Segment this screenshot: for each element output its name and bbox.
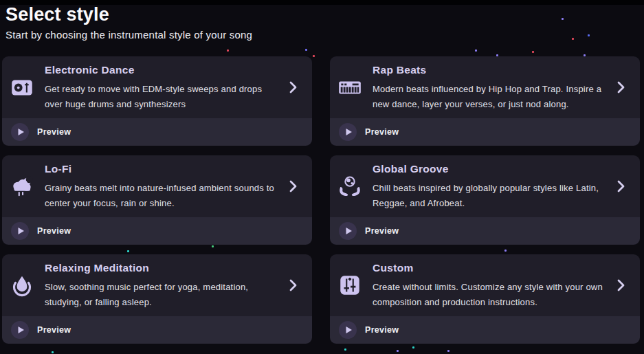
preview-bar[interactable]: Preview xyxy=(2,316,312,344)
style-card-global-groove[interactable]: Global Groove Chill beats inspired by gl… xyxy=(330,155,640,245)
play-button[interactable] xyxy=(11,123,29,141)
preview-bar[interactable]: Preview xyxy=(330,316,640,344)
card-text: Rap Beats Modern beats influenced by Hip… xyxy=(373,56,610,118)
globe-hands-icon xyxy=(337,173,363,199)
play-icon xyxy=(11,222,29,240)
play-button[interactable] xyxy=(339,123,357,141)
particle-dot xyxy=(562,18,564,20)
card-top[interactable]: Lo-Fi Grainy beats melt into nature-infu… xyxy=(2,155,312,217)
card-text: Relaxing Meditation Slow, soothing music… xyxy=(45,254,282,316)
play-button[interactable] xyxy=(339,222,357,240)
play-icon xyxy=(339,321,357,339)
card-description: Create without limits. Customize any sty… xyxy=(373,280,610,310)
play-button[interactable] xyxy=(339,321,357,339)
card-description: Grainy beats melt into nature-infused am… xyxy=(45,181,282,211)
card-top[interactable]: Custom Create without limits. Customize … xyxy=(330,254,640,316)
card-text: Global Groove Chill beats inspired by gl… xyxy=(373,155,610,217)
style-card-relaxing-meditation[interactable]: Relaxing Meditation Slow, soothing music… xyxy=(2,254,312,344)
chevron-right-icon xyxy=(286,278,300,293)
particle-dot xyxy=(572,38,574,40)
preview-label: Preview xyxy=(365,325,399,335)
cloud-rain-moon-icon xyxy=(9,173,35,199)
card-title: Electronic Dance xyxy=(45,64,282,76)
style-card-electronic-dance[interactable]: Electronic Dance Get ready to move with … xyxy=(2,56,312,146)
card-title: Rap Beats xyxy=(373,64,610,76)
card-description: Chill beats inspired by globally popular… xyxy=(373,181,610,211)
card-text: Custom Create without limits. Customize … xyxy=(373,254,610,316)
preview-label: Preview xyxy=(37,226,71,236)
keyboard-icon xyxy=(337,74,363,100)
play-button[interactable] xyxy=(11,321,29,339)
page-subtitle: Start by choosing the instrumental style… xyxy=(5,29,252,41)
chevron-right-icon xyxy=(614,278,628,293)
card-top[interactable]: Relaxing Meditation Slow, soothing music… xyxy=(2,254,312,316)
page-header: Select style Start by choosing the instr… xyxy=(5,3,252,41)
particle-dot xyxy=(412,346,414,349)
card-text: Electronic Dance Get ready to move with … xyxy=(45,56,282,118)
chevron-right-icon xyxy=(286,80,300,95)
preview-label: Preview xyxy=(365,127,399,137)
particle-dot xyxy=(344,349,346,351)
card-title: Custom xyxy=(373,262,610,274)
particle-dot xyxy=(397,350,399,352)
mixer-sliders-icon xyxy=(337,272,363,298)
card-text: Lo-Fi Grainy beats melt into nature-infu… xyxy=(45,155,282,217)
chevron-right-icon xyxy=(614,80,628,95)
particle-dot xyxy=(227,49,229,52)
card-top[interactable]: Global Groove Chill beats inspired by gl… xyxy=(330,155,640,217)
particle-dot xyxy=(588,34,590,36)
page-title: Select style xyxy=(5,3,252,27)
play-icon xyxy=(11,123,29,141)
preview-label: Preview xyxy=(365,226,399,236)
preview-bar[interactable]: Preview xyxy=(330,118,640,146)
play-button[interactable] xyxy=(11,222,29,240)
chevron-right-icon xyxy=(614,179,628,194)
style-card-lo-fi[interactable]: Lo-Fi Grainy beats melt into nature-infu… xyxy=(2,155,312,245)
preview-bar[interactable]: Preview xyxy=(330,217,640,245)
card-top[interactable]: Electronic Dance Get ready to move with … xyxy=(2,56,312,118)
preview-bar[interactable]: Preview xyxy=(2,118,312,146)
play-icon xyxy=(339,222,357,240)
card-description: Get ready to move with EDM-style sweeps … xyxy=(45,82,282,112)
style-card-custom[interactable]: Custom Create without limits. Customize … xyxy=(330,254,640,344)
particle-dot xyxy=(475,49,477,52)
preview-bar[interactable]: Preview xyxy=(2,217,312,245)
card-description: Modern beats influenced by Hip Hop and T… xyxy=(373,82,610,112)
turntable-icon xyxy=(9,74,35,100)
card-title: Lo-Fi xyxy=(45,163,282,175)
style-card-rap-beats[interactable]: Rap Beats Modern beats influenced by Hip… xyxy=(330,56,640,146)
card-title: Relaxing Meditation xyxy=(45,262,282,274)
particle-dot xyxy=(52,351,54,353)
card-top[interactable]: Rap Beats Modern beats influenced by Hip… xyxy=(330,56,640,118)
preview-label: Preview xyxy=(37,325,71,335)
particle-dot xyxy=(305,49,307,51)
preview-label: Preview xyxy=(37,127,71,137)
card-title: Global Groove xyxy=(373,163,610,175)
particle-dot xyxy=(447,350,449,352)
chevron-right-icon xyxy=(286,179,300,194)
particle-dot xyxy=(532,51,534,53)
lotus-drop-icon xyxy=(9,272,35,298)
play-icon xyxy=(11,321,29,339)
card-description: Slow, soothing music perfect for yoga, m… xyxy=(45,280,282,310)
play-icon xyxy=(339,123,357,141)
style-card-grid: Electronic Dance Get ready to move with … xyxy=(2,56,640,344)
